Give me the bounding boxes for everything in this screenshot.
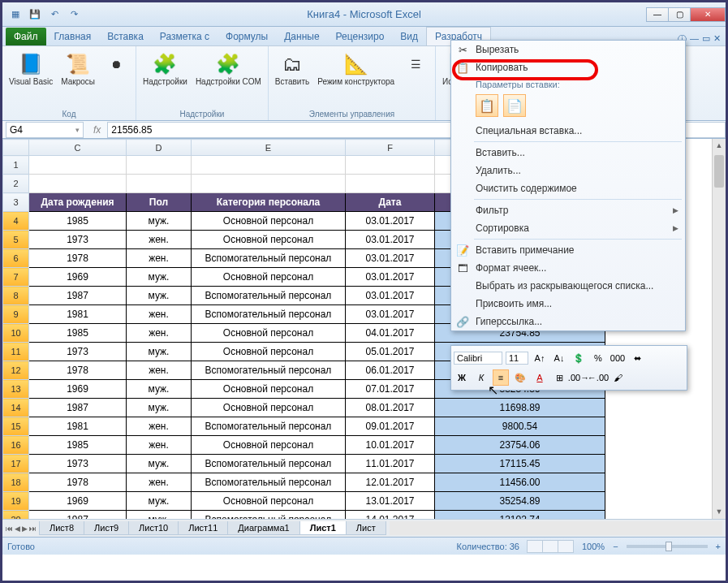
close-button[interactable]: ✕ [690, 7, 726, 22]
cell[interactable]: 12102.74 [435, 511, 605, 520]
row-header[interactable]: 11 [3, 343, 29, 361]
cell[interactable]: 06.01.2017 [346, 361, 435, 380]
cell[interactable]: 1987 [29, 399, 127, 417]
cell[interactable]: 1981 [29, 305, 127, 324]
cell[interactable]: 1987 [29, 511, 127, 520]
row-header[interactable]: 2 [3, 175, 29, 193]
cell[interactable]: жен. [127, 417, 192, 436]
row-header[interactable]: 10 [3, 324, 29, 343]
cell[interactable]: Основной персонал [192, 231, 346, 249]
maximize-button[interactable]: ▢ [668, 7, 691, 22]
zoom-out-button[interactable]: − [613, 542, 618, 551]
row-header[interactable]: 17 [3, 455, 29, 473]
row-header[interactable]: 9 [3, 305, 29, 324]
row-header[interactable]: 16 [3, 436, 29, 455]
cell[interactable]: Основной персонал [192, 268, 346, 287]
com-addins-button[interactable]: 🧩Надстройки COM [194, 50, 263, 108]
col-header-c[interactable]: C [29, 140, 127, 156]
sheet-nav[interactable]: ⏮◀▶⏭ [2, 525, 40, 533]
cell[interactable]: Вспомогательный персонал [192, 473, 346, 492]
view-layout-button[interactable] [542, 540, 558, 553]
col-header-d[interactable]: D [127, 140, 192, 156]
cell[interactable]: жен. [127, 324, 192, 343]
ctx-insert[interactable]: Вставить... [451, 144, 685, 162]
cell[interactable]: жен. [127, 473, 192, 492]
mini-font-select[interactable]: Calibri [454, 352, 502, 365]
horizontal-scrollbar[interactable] [390, 521, 722, 535]
ctx-name[interactable]: Присвоить имя... [451, 295, 685, 313]
cell[interactable]: 03.01.2017 [346, 212, 435, 231]
row-header[interactable]: 5 [3, 231, 29, 249]
cell[interactable]: Основной персонал [192, 212, 346, 231]
row-header[interactable]: 1 [3, 156, 29, 175]
scroll-thumb[interactable] [714, 155, 724, 188]
mini-italic-button[interactable]: К [473, 369, 489, 386]
cell[interactable]: муж. [127, 399, 192, 417]
table-header-cell[interactable]: Пол [127, 193, 192, 212]
cell[interactable]: Основной персонал [192, 324, 346, 343]
cell[interactable]: Вспомогательный персонал [192, 455, 346, 473]
macro-options-button[interactable]: ⏺ [101, 50, 131, 108]
cell[interactable]: муж. [127, 380, 192, 399]
cell[interactable]: 07.01.2017 [346, 380, 435, 399]
tab-review[interactable]: Рецензиро [328, 28, 393, 45]
cell[interactable]: 1985 [29, 324, 127, 343]
cell[interactable]: жен. [127, 249, 192, 268]
cell[interactable]: 09.01.2017 [346, 417, 435, 436]
ctx-paste-special[interactable]: Специальная вставка... [451, 122, 685, 140]
ctx-clear[interactable]: Очистить содержимое [451, 179, 685, 197]
insert-control-button[interactable]: 🗂Вставить [274, 50, 311, 108]
row-header[interactable]: 13 [3, 380, 29, 399]
cell[interactable]: муж. [127, 268, 192, 287]
cell[interactable]: 1969 [29, 492, 127, 511]
cell[interactable]: жен. [127, 305, 192, 324]
sheet-tab[interactable]: Лист1 [299, 521, 347, 535]
name-box[interactable]: G4 [6, 122, 84, 138]
fx-label[interactable]: fx [93, 124, 101, 136]
row-header[interactable]: 4 [3, 212, 29, 231]
cell[interactable]: 04.01.2017 [346, 324, 435, 343]
mini-size-select[interactable]: 11 [506, 352, 528, 365]
visual-basic-button[interactable]: 📘Visual Basic [7, 50, 54, 108]
cell[interactable]: муж. [127, 287, 192, 305]
mini-align-center-icon[interactable]: ≡ [493, 369, 509, 386]
ctx-hyperlink[interactable]: 🔗Гиперссылка... [451, 313, 685, 330]
row-header[interactable]: 3 [3, 193, 29, 212]
sheet-tab[interactable]: Лист [346, 521, 386, 535]
cell[interactable]: Вспомогательный персонал [192, 287, 346, 305]
select-all-corner[interactable] [3, 140, 29, 156]
cell[interactable]: Вспомогательный персонал [192, 361, 346, 380]
paste-option-all-icon[interactable]: 📋 [476, 94, 498, 117]
tab-layout[interactable]: Разметка с [152, 28, 218, 45]
cell[interactable]: муж. [127, 343, 192, 361]
sheet-tab[interactable]: Лист9 [84, 521, 129, 535]
view-pagebreak-button[interactable] [558, 540, 574, 553]
tab-home[interactable]: Главная [46, 28, 100, 45]
cell[interactable]: 03.01.2017 [346, 249, 435, 268]
paste-option-values-icon[interactable]: 📄 [503, 94, 526, 117]
mini-comma-icon[interactable]: 000 [610, 350, 626, 366]
zoom-slider[interactable] [627, 545, 708, 548]
cell[interactable]: 1978 [29, 473, 127, 492]
table-header-cell[interactable]: Дата рождения [29, 193, 127, 212]
mini-fill-color-icon[interactable]: 🎨 [512, 369, 528, 386]
cell[interactable]: 11456.00 [435, 473, 605, 492]
cell[interactable]: 11.01.2017 [346, 455, 435, 473]
cell[interactable]: Вспомогательный персонал [192, 511, 346, 520]
cell[interactable]: 08.01.2017 [346, 399, 435, 417]
cell[interactable]: 13.01.2017 [346, 492, 435, 511]
cell[interactable]: 35254.89 [435, 492, 605, 511]
cell[interactable]: жен. [127, 436, 192, 455]
cell[interactable]: Основной персонал [192, 492, 346, 511]
cell[interactable]: 1969 [29, 380, 127, 399]
excel-icon[interactable]: ▦ [7, 6, 24, 23]
cell[interactable]: 11698.89 [435, 399, 605, 417]
mini-borders-icon[interactable]: ⊞ [551, 369, 567, 386]
ctx-sort[interactable]: Сортировка▶ [451, 219, 685, 237]
tab-formulas[interactable]: Формулы [218, 28, 276, 45]
cell[interactable]: 1978 [29, 361, 127, 380]
cell[interactable]: Вспомогательный персонал [192, 249, 346, 268]
ctx-comment[interactable]: 📝Вставить примечание [451, 241, 685, 259]
row-header[interactable]: 7 [3, 268, 29, 287]
mini-bold-button[interactable]: Ж [454, 369, 470, 386]
